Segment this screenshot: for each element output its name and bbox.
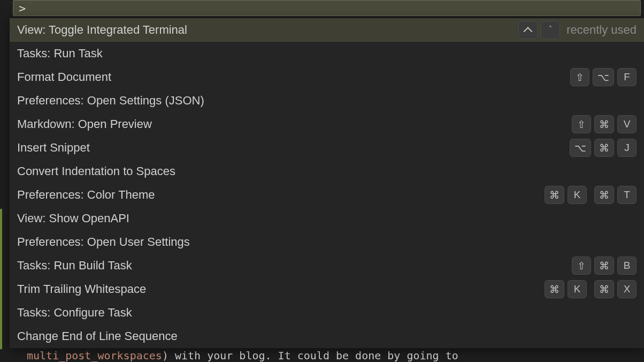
keycap: T [617,186,637,204]
keybinding-chord: ⌘X [594,280,637,298]
keycap: K [568,280,587,298]
keycap: ` [541,21,560,39]
keybinding-chord: ⇧⌘B [572,257,637,275]
command-input-prefix: > [19,2,26,15]
keycap: X [617,280,637,298]
keycap: ⌥ [570,139,591,157]
command-item[interactable]: Tasks: Run Build Task⇧⌘B [10,254,644,277]
command-item[interactable]: Convert Indentation to Spaces [10,160,644,183]
command-item[interactable]: View: Toggle Integrated Terminal`recentl… [10,18,644,42]
command-item-label: Preferences: Open Settings (JSON) [17,94,204,108]
command-item[interactable]: View: Show OpenAPI [10,207,644,230]
command-item-label: Tasks: Run Build Task [17,259,132,273]
command-item-label: Insert Snippet [17,141,90,155]
keycap: ⇧ [572,257,591,275]
keycap: ⌘ [594,280,614,298]
command-item-right: ⌘K⌘X [545,280,637,298]
command-item-right: ⇧⌘V [572,115,637,133]
command-item-label: Convert Indentation to Spaces [17,164,175,178]
command-item[interactable]: Tasks: Run Task [10,42,644,65]
keybinding-chord: ⌘T [594,186,637,204]
keycap: V [617,115,637,133]
command-item-right: ⇧⌘B [572,257,637,275]
recently-used-hint: recently used [566,23,637,37]
command-item[interactable]: Preferences: Open Settings (JSON) [10,89,644,112]
command-palette: > View: Toggle Integrated Terminal`recen… [10,0,644,362]
keycap: ⌘ [594,115,614,133]
command-item-label: Format Document [17,70,111,84]
command-input-wrapper[interactable]: > [13,0,641,16]
keycap: F [617,68,637,86]
command-item[interactable]: Markdown: Open Preview⇧⌘V [10,112,644,136]
keybinding-chord: ⌥⌘J [570,139,637,157]
keycap: K [568,186,587,204]
keycap: ⌘ [545,280,564,298]
command-item-label: Preferences: Color Theme [17,188,155,202]
keybinding-chord: ⇧⌘V [572,115,637,133]
chevron-up-icon [518,21,538,39]
keycap: ⌘ [545,186,564,204]
command-item-right: ⇧⌥F [570,68,637,86]
command-item[interactable]: Tasks: Configure Task [10,301,644,325]
command-item-right: `recently used [518,21,637,39]
command-item-label: Change End of Line Sequence [17,329,178,343]
command-item[interactable]: Insert Snippet⌥⌘J [10,136,644,160]
command-item[interactable]: Change End of Line Sequence [10,325,644,348]
command-item[interactable]: Preferences: Open User Settings [10,230,644,254]
command-item[interactable]: Format Document⇧⌥F [10,65,644,89]
command-item-label: View: Show OpenAPI [17,212,129,225]
keycap: B [617,257,637,275]
keycap: J [617,139,637,157]
command-item-right: ⌘K⌘T [545,186,637,204]
command-item-label: Tasks: Configure Task [17,306,132,320]
keybinding-chord: ⇧⌥F [570,68,637,86]
editor-gutter-diff [0,209,2,362]
command-item-label: Trim Trailing Whitespace [17,282,146,296]
command-item[interactable]: Preferences: Color Theme⌘K⌘T [10,183,644,207]
command-item[interactable]: Trim Trailing Whitespace⌘K⌘X [10,277,644,301]
keycap: ⇧ [572,115,591,133]
keycap: ⌥ [593,68,614,86]
keybinding-chord: ⌘K [545,280,587,298]
editor-left-sliver [0,0,10,209]
keycap: ⌘ [594,186,614,204]
command-item-label: Tasks: Run Task [17,47,103,61]
command-item-right: ⌥⌘J [570,139,637,157]
keybinding-chord: ⌘K [545,186,587,204]
command-results-list: View: Toggle Integrated Terminal`recentl… [10,18,644,348]
command-item-label: Markdown: Open Preview [17,117,152,131]
keycap: ⌘ [594,257,614,275]
command-item-label: Preferences: Open User Settings [17,235,190,249]
command-item-label: View: Toggle Integrated Terminal [17,23,187,37]
keycap: ⌘ [594,139,614,157]
keycap: ⇧ [570,68,589,86]
